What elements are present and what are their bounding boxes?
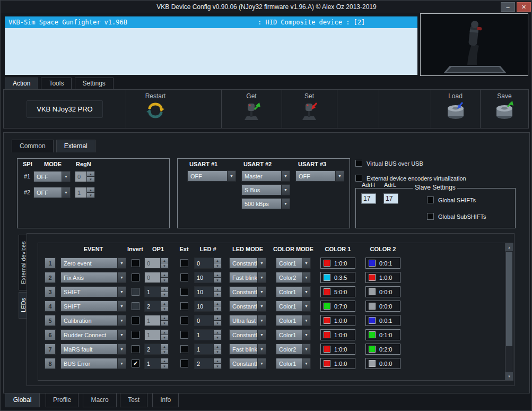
spin-down-icon[interactable]: ▼	[214, 277, 221, 282]
color-mode-dropdown[interactable]: Color1 ▼	[276, 301, 311, 312]
color2-picker[interactable]: 0:0:0	[365, 358, 400, 369]
tab-profile[interactable]: Profile	[46, 393, 79, 407]
usart2-protocol-dropdown[interactable]: S Bus ▼	[241, 184, 290, 195]
spin-up-icon[interactable]: ▲	[214, 315, 221, 320]
spin-down-icon[interactable]: ▼	[161, 277, 168, 282]
spin-down-icon[interactable]: ▼	[214, 363, 221, 369]
invert-checkbox[interactable]: ✓	[132, 359, 139, 367]
spin-up-icon[interactable]: ▲	[161, 258, 168, 263]
led-number-spinner[interactable]: 0 ▲▼	[194, 258, 222, 269]
event-dropdown[interactable]: BUS Error ▼	[60, 358, 126, 369]
load-button[interactable]: Load	[431, 90, 480, 128]
spin-up-icon[interactable]: ▲	[214, 330, 221, 335]
virtual-bus-checkbox[interactable]	[355, 160, 362, 167]
led-number-spinner[interactable]: 10 ▲▼	[194, 301, 222, 312]
ext-checkbox[interactable]	[180, 345, 188, 353]
tab-info[interactable]: Info	[152, 393, 179, 407]
minimize-button[interactable]: –	[501, 2, 515, 12]
spi2-mode-dropdown[interactable]: OFF ▼	[33, 187, 71, 198]
op1-spinner[interactable]: 0 ▲▼	[144, 272, 169, 283]
global-shifts-checkbox[interactable]	[427, 196, 434, 203]
spin-up-icon[interactable]: ▲	[214, 358, 221, 363]
color-mode-dropdown[interactable]: Color1 ▼	[276, 286, 311, 297]
spinner-arrows[interactable]: ▲▼	[160, 258, 168, 268]
invert-checkbox[interactable]	[132, 302, 139, 310]
spin-up-icon[interactable]: ▲	[161, 301, 168, 306]
tab-tools[interactable]: Tools	[41, 78, 72, 89]
spin-up-icon[interactable]: ▲	[161, 358, 168, 363]
spin-up-icon[interactable]: ▲	[87, 187, 94, 192]
event-dropdown[interactable]: SHIFT ▼	[60, 301, 126, 312]
event-dropdown[interactable]: Fix Axis ▼	[60, 272, 126, 283]
spi2-regn-spinner[interactable]: 1 ▲▼	[75, 187, 95, 198]
led-number-spinner[interactable]: 10 ▲▼	[194, 272, 222, 283]
ext-checkbox[interactable]	[180, 259, 188, 267]
led-number-spinner[interactable]: 1 ▲▼	[194, 344, 222, 355]
spin-up-icon[interactable]: ▲	[87, 172, 94, 176]
spinner-arrows[interactable]: ▲▼	[160, 344, 168, 354]
tab-settings[interactable]: Settings	[75, 78, 114, 89]
spinner-arrows[interactable]: ▲▼	[213, 315, 221, 326]
spinner-arrows[interactable]: ▲▼	[213, 287, 221, 297]
global-subshifts-checkbox[interactable]	[427, 213, 434, 220]
led-number-spinner[interactable]: 0 ▲▼	[194, 315, 222, 326]
color1-picker[interactable]: 1:0:0	[320, 358, 355, 369]
invert-checkbox[interactable]	[132, 288, 139, 296]
spin-up-icon[interactable]: ▲	[214, 301, 221, 306]
tab-common[interactable]: Common	[12, 140, 54, 152]
spin-down-icon[interactable]: ▼	[161, 335, 168, 340]
scroll-down-icon[interactable]: ▼	[505, 372, 513, 380]
spin-up-icon[interactable]: ▲	[161, 287, 168, 292]
invert-checkbox[interactable]	[132, 331, 139, 339]
tab-action[interactable]: Action	[5, 78, 38, 89]
tab-macro[interactable]: Macro	[83, 393, 117, 407]
ext-checkbox[interactable]	[180, 316, 188, 324]
led-number-spinner[interactable]: 1 ▲▼	[194, 329, 222, 340]
tab-external[interactable]: External	[56, 140, 95, 152]
spinner-arrows[interactable]: ▲▼	[213, 330, 221, 340]
color1-picker[interactable]: 1:0:0	[320, 344, 355, 355]
spin-down-icon[interactable]: ▼	[161, 292, 168, 297]
color2-picker[interactable]: 0:1:0	[365, 329, 400, 340]
led-number-spinner[interactable]: 2 ▲▼	[194, 358, 222, 369]
spi1-mode-dropdown[interactable]: OFF ▼	[33, 171, 71, 182]
spin-down-icon[interactable]: ▼	[214, 306, 221, 311]
spinner-arrows[interactable]: ▲▼	[160, 358, 168, 369]
event-dropdown[interactable]: Zero event ▼	[60, 258, 126, 269]
op1-spinner[interactable]: 1 ▲▼	[144, 315, 169, 326]
spin-up-icon[interactable]: ▲	[161, 315, 168, 320]
spin-up-icon[interactable]: ▲	[214, 344, 221, 349]
spin-down-icon[interactable]: ▼	[161, 306, 168, 311]
spinner-arrows[interactable]: ▲▼	[160, 272, 168, 282]
tab-test[interactable]: Test	[120, 393, 147, 407]
color-mode-dropdown[interactable]: Color2 ▼	[276, 272, 311, 283]
color-mode-dropdown[interactable]: Color1 ▼	[276, 315, 311, 326]
usart2-mode-dropdown[interactable]: Master ▼	[241, 170, 290, 182]
spin-up-icon[interactable]: ▲	[214, 287, 221, 292]
spin-down-icon[interactable]: ▼	[214, 263, 221, 268]
ext-checkbox[interactable]	[180, 273, 188, 281]
adrh-field[interactable]	[361, 193, 376, 204]
ext-checkbox[interactable]	[180, 359, 188, 367]
color-mode-dropdown[interactable]: Color1 ▼	[276, 329, 311, 340]
led-mode-dropdown[interactable]: Constantly ▼	[229, 258, 266, 269]
event-dropdown[interactable]: Calibration ▼	[60, 315, 126, 326]
spin-down-icon[interactable]: ▼	[161, 349, 168, 354]
color2-picker[interactable]: 0:2:0	[365, 344, 400, 355]
led-mode-dropdown[interactable]: Fast blink ▼	[229, 272, 266, 283]
event-dropdown[interactable]: MaRS fault ▼	[60, 344, 126, 355]
spin-down-icon[interactable]: ▼	[214, 320, 221, 326]
color1-picker[interactable]: 0:3:5	[320, 272, 355, 283]
color1-picker[interactable]: 1:0:0	[320, 258, 355, 269]
ext-encoders-checkbox[interactable]	[355, 175, 362, 182]
scroll-up-icon[interactable]: ▲	[505, 243, 513, 251]
spin-up-icon[interactable]: ▲	[214, 258, 221, 263]
invert-checkbox[interactable]	[132, 345, 139, 353]
spinner-arrows[interactable]: ▲▼	[213, 344, 221, 354]
usart3-mode-dropdown[interactable]: OFF ▼	[295, 170, 344, 182]
color2-picker[interactable]: 0:0:0	[365, 301, 400, 312]
led-mode-dropdown[interactable]: Fast blink ▼	[229, 344, 266, 355]
ext-checkbox[interactable]	[180, 331, 188, 339]
color-mode-dropdown[interactable]: Color1 ▼	[276, 258, 311, 269]
spin-up-icon[interactable]: ▲	[161, 330, 168, 335]
